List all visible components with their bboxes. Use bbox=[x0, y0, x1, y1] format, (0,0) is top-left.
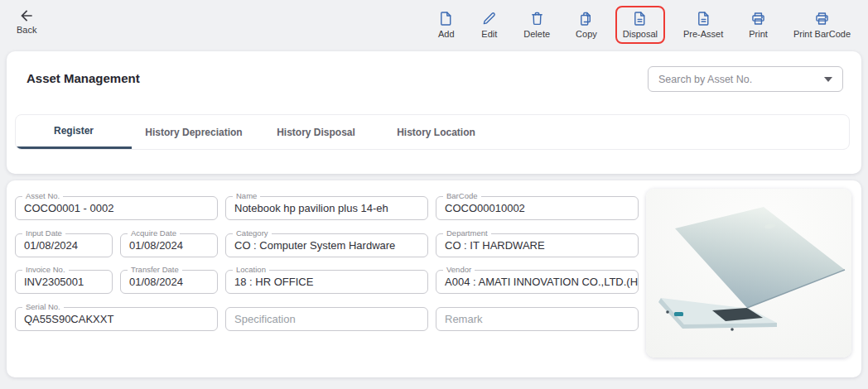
disposal-button[interactable]: Disposal bbox=[615, 6, 665, 44]
field-label: Input Date bbox=[22, 228, 65, 238]
trash-icon bbox=[528, 10, 546, 27]
tab-register[interactable]: Register bbox=[16, 115, 132, 149]
action-label: Pre-Asset bbox=[683, 29, 723, 39]
asset-management-page: Back Add Edit bbox=[0, 0, 868, 389]
toolbar: Back Add Edit bbox=[0, 0, 868, 51]
pencil-icon bbox=[480, 10, 498, 27]
printer-icon bbox=[750, 10, 767, 27]
tab-history-location[interactable]: History Location bbox=[376, 115, 496, 149]
department-field[interactable]: Department CO : IT HARDWARE bbox=[436, 233, 639, 257]
action-label: Copy bbox=[576, 29, 597, 39]
tab-history-depreciation[interactable]: History Depreciation bbox=[132, 115, 256, 149]
form-card: Asset No. COCO0001 - 0002 Name Notebook … bbox=[7, 180, 861, 377]
vendor-field[interactable]: Vendor A004 : AMATI INNOVATION CO.,LTD.(… bbox=[436, 270, 639, 294]
field-label: Name bbox=[233, 191, 260, 200]
print-barcode-button[interactable]: Print BarCode bbox=[786, 6, 858, 44]
action-label: Print bbox=[749, 29, 768, 39]
field-label: Acquire Date bbox=[128, 228, 180, 238]
document-lines-icon bbox=[631, 10, 649, 27]
document-lines-icon bbox=[695, 10, 712, 27]
barcode-field[interactable]: BarCode COCO00010002 bbox=[436, 196, 639, 220]
search-asset-select[interactable]: Search by Asset No. bbox=[648, 66, 843, 92]
field-label: Vendor bbox=[443, 265, 475, 274]
add-button[interactable]: Add bbox=[430, 6, 462, 44]
field-label: Serial No. bbox=[22, 302, 64, 311]
field-label: Category bbox=[233, 228, 272, 238]
field-label: Department bbox=[443, 228, 491, 238]
field-placeholder: Remark bbox=[436, 308, 638, 325]
specification-field[interactable]: Specification bbox=[225, 307, 428, 331]
toolbar-actions: Add Edit Delete bbox=[430, 6, 858, 44]
tab-history-disposal[interactable]: History Disposal bbox=[256, 115, 376, 149]
field-label: Transfer Date bbox=[128, 265, 182, 274]
copy-button[interactable]: Copy bbox=[568, 6, 605, 44]
invoice-no-field[interactable]: Invoice No. INV2305001 bbox=[15, 270, 113, 294]
category-field[interactable]: Category CO : Computer System Hardware bbox=[225, 233, 428, 257]
field-label: Location bbox=[233, 265, 269, 274]
asset-image-panel bbox=[646, 189, 851, 358]
printer-icon bbox=[813, 10, 831, 27]
print-button[interactable]: Print bbox=[741, 6, 775, 44]
tabs-bar: Register History Depreciation History Di… bbox=[15, 114, 850, 150]
transfer-date-field[interactable]: Transfer Date 01/08/2024 bbox=[120, 270, 218, 294]
back-label: Back bbox=[17, 25, 36, 35]
edit-button[interactable]: Edit bbox=[473, 6, 505, 44]
field-label: Invoice No. bbox=[22, 265, 69, 274]
input-date-field[interactable]: Input Date 01/08/2024 bbox=[15, 233, 113, 257]
action-label: Add bbox=[438, 29, 455, 39]
back-button[interactable]: Back bbox=[17, 7, 36, 35]
name-field[interactable]: Name Notebook hp pavilion plus 14-eh bbox=[225, 196, 428, 220]
pre-asset-button[interactable]: Pre-Asset bbox=[676, 6, 731, 44]
serial-no-field[interactable]: Serial No. QA55S90CAKXXT bbox=[15, 307, 218, 331]
action-label: Disposal bbox=[623, 29, 658, 39]
search-placeholder: Search by Asset No. bbox=[649, 74, 824, 85]
chevron-down-icon bbox=[824, 77, 832, 82]
copy-icon bbox=[577, 10, 595, 27]
acquire-date-field[interactable]: Acquire Date 01/08/2024 bbox=[120, 233, 218, 257]
location-field[interactable]: Location 18 : HR OFFICE bbox=[225, 270, 428, 294]
field-placeholder: Specification bbox=[226, 308, 427, 325]
field-label: BarCode bbox=[443, 191, 481, 200]
document-add-icon bbox=[437, 10, 455, 27]
header-card: Asset Management Search by Asset No. Reg… bbox=[7, 51, 861, 174]
action-label: Delete bbox=[523, 29, 550, 39]
field-label: Asset No. bbox=[22, 191, 63, 200]
arrow-left-icon bbox=[18, 7, 35, 24]
action-label: Edit bbox=[481, 29, 497, 39]
delete-button[interactable]: Delete bbox=[516, 6, 557, 44]
action-label: Print BarCode bbox=[793, 29, 851, 39]
asset-no-field[interactable]: Asset No. COCO0001 - 0002 bbox=[15, 196, 218, 220]
remark-field[interactable]: Remark bbox=[436, 307, 639, 331]
page-title: Asset Management bbox=[27, 71, 140, 85]
laptop-photo bbox=[646, 189, 851, 358]
